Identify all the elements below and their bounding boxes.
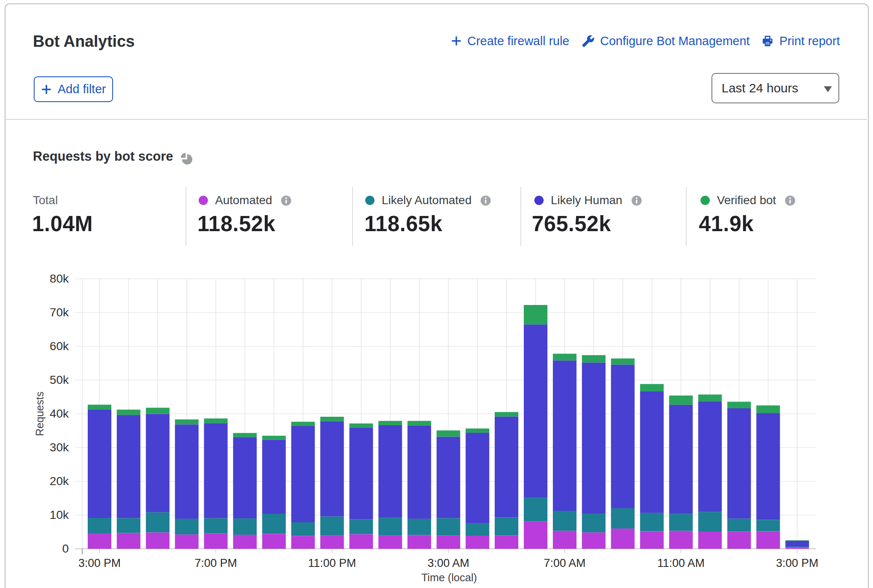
svg-text:60k: 60k xyxy=(50,340,69,353)
svg-text:10k: 10k xyxy=(50,508,69,521)
svg-text:3:00 PM: 3:00 PM xyxy=(776,557,819,569)
svg-text:Requests: Requests xyxy=(34,391,46,436)
svg-text:70k: 70k xyxy=(50,306,69,319)
svg-text:7:00 PM: 7:00 PM xyxy=(194,557,237,569)
svg-text:11:00 PM: 11:00 PM xyxy=(308,557,356,569)
svg-text:50k: 50k xyxy=(50,373,69,386)
svg-text:20k: 20k xyxy=(50,475,69,488)
svg-text:3:00 PM: 3:00 PM xyxy=(78,557,121,569)
svg-text:Time (local): Time (local) xyxy=(421,572,477,583)
svg-text:30k: 30k xyxy=(50,441,69,454)
svg-text:7:00 AM: 7:00 AM xyxy=(544,557,585,569)
svg-text:80k: 80k xyxy=(50,272,69,285)
svg-text:11:00 AM: 11:00 AM xyxy=(657,557,705,569)
svg-text:3:00 AM: 3:00 AM xyxy=(428,557,469,569)
svg-text:0: 0 xyxy=(62,542,69,555)
svg-text:40k: 40k xyxy=(50,407,69,420)
